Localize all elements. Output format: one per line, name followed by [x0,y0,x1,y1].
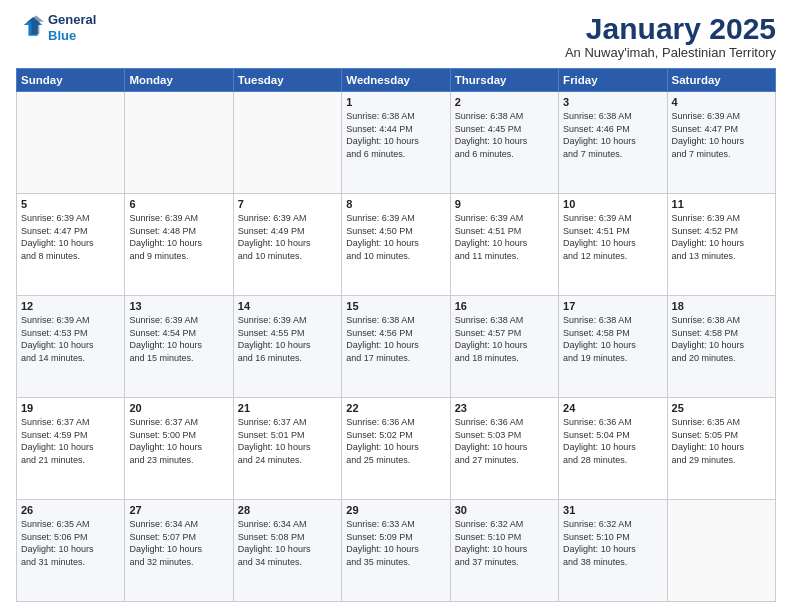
day-info: Sunrise: 6:39 AM Sunset: 4:55 PM Dayligh… [238,314,337,364]
header: General Blue January 2025 An Nuway'imah,… [16,12,776,60]
day-info: Sunrise: 6:38 AM Sunset: 4:58 PM Dayligh… [672,314,771,364]
day-info: Sunrise: 6:36 AM Sunset: 5:03 PM Dayligh… [455,416,554,466]
calendar-cell: 20Sunrise: 6:37 AM Sunset: 5:00 PM Dayli… [125,398,233,500]
day-header-friday: Friday [559,69,667,92]
day-number: 25 [672,402,771,414]
calendar-cell: 5Sunrise: 6:39 AM Sunset: 4:47 PM Daylig… [17,194,125,296]
calendar-cell: 30Sunrise: 6:32 AM Sunset: 5:10 PM Dayli… [450,500,558,602]
day-header-sunday: Sunday [17,69,125,92]
calendar-cell: 23Sunrise: 6:36 AM Sunset: 5:03 PM Dayli… [450,398,558,500]
day-info: Sunrise: 6:39 AM Sunset: 4:51 PM Dayligh… [455,212,554,262]
day-info: Sunrise: 6:34 AM Sunset: 5:07 PM Dayligh… [129,518,228,568]
calendar-cell: 31Sunrise: 6:32 AM Sunset: 5:10 PM Dayli… [559,500,667,602]
day-info: Sunrise: 6:32 AM Sunset: 5:10 PM Dayligh… [563,518,662,568]
calendar-cell: 13Sunrise: 6:39 AM Sunset: 4:54 PM Dayli… [125,296,233,398]
calendar-cell [17,92,125,194]
calendar-week-4: 19Sunrise: 6:37 AM Sunset: 4:59 PM Dayli… [17,398,776,500]
calendar-cell: 2Sunrise: 6:38 AM Sunset: 4:45 PM Daylig… [450,92,558,194]
calendar-cell: 11Sunrise: 6:39 AM Sunset: 4:52 PM Dayli… [667,194,775,296]
calendar-cell: 6Sunrise: 6:39 AM Sunset: 4:48 PM Daylig… [125,194,233,296]
day-number: 28 [238,504,337,516]
logo-text: General Blue [48,12,96,43]
day-number: 21 [238,402,337,414]
day-number: 31 [563,504,662,516]
calendar-cell: 18Sunrise: 6:38 AM Sunset: 4:58 PM Dayli… [667,296,775,398]
main-title: January 2025 [565,12,776,45]
calendar-cell: 3Sunrise: 6:38 AM Sunset: 4:46 PM Daylig… [559,92,667,194]
day-number: 5 [21,198,120,210]
day-number: 11 [672,198,771,210]
calendar-cell: 27Sunrise: 6:34 AM Sunset: 5:07 PM Dayli… [125,500,233,602]
day-number: 6 [129,198,228,210]
calendar-cell: 8Sunrise: 6:39 AM Sunset: 4:50 PM Daylig… [342,194,450,296]
day-info: Sunrise: 6:39 AM Sunset: 4:50 PM Dayligh… [346,212,445,262]
day-info: Sunrise: 6:36 AM Sunset: 5:04 PM Dayligh… [563,416,662,466]
day-header-wednesday: Wednesday [342,69,450,92]
calendar-cell: 17Sunrise: 6:38 AM Sunset: 4:58 PM Dayli… [559,296,667,398]
day-info: Sunrise: 6:32 AM Sunset: 5:10 PM Dayligh… [455,518,554,568]
calendar-cell: 28Sunrise: 6:34 AM Sunset: 5:08 PM Dayli… [233,500,341,602]
calendar-cell: 7Sunrise: 6:39 AM Sunset: 4:49 PM Daylig… [233,194,341,296]
day-info: Sunrise: 6:38 AM Sunset: 4:44 PM Dayligh… [346,110,445,160]
day-number: 18 [672,300,771,312]
day-info: Sunrise: 6:39 AM Sunset: 4:47 PM Dayligh… [21,212,120,262]
day-info: Sunrise: 6:39 AM Sunset: 4:47 PM Dayligh… [672,110,771,160]
calendar-cell [125,92,233,194]
day-info: Sunrise: 6:39 AM Sunset: 4:52 PM Dayligh… [672,212,771,262]
calendar-week-2: 5Sunrise: 6:39 AM Sunset: 4:47 PM Daylig… [17,194,776,296]
calendar-cell: 9Sunrise: 6:39 AM Sunset: 4:51 PM Daylig… [450,194,558,296]
day-number: 1 [346,96,445,108]
day-info: Sunrise: 6:39 AM Sunset: 4:51 PM Dayligh… [563,212,662,262]
day-header-thursday: Thursday [450,69,558,92]
day-info: Sunrise: 6:39 AM Sunset: 4:49 PM Dayligh… [238,212,337,262]
calendar-cell: 12Sunrise: 6:39 AM Sunset: 4:53 PM Dayli… [17,296,125,398]
day-info: Sunrise: 6:34 AM Sunset: 5:08 PM Dayligh… [238,518,337,568]
calendar-cell: 14Sunrise: 6:39 AM Sunset: 4:55 PM Dayli… [233,296,341,398]
day-number: 14 [238,300,337,312]
calendar: SundayMondayTuesdayWednesdayThursdayFrid… [16,68,776,602]
calendar-cell: 22Sunrise: 6:36 AM Sunset: 5:02 PM Dayli… [342,398,450,500]
calendar-cell: 29Sunrise: 6:33 AM Sunset: 5:09 PM Dayli… [342,500,450,602]
day-number: 20 [129,402,228,414]
day-info: Sunrise: 6:36 AM Sunset: 5:02 PM Dayligh… [346,416,445,466]
day-info: Sunrise: 6:38 AM Sunset: 4:46 PM Dayligh… [563,110,662,160]
day-number: 26 [21,504,120,516]
day-info: Sunrise: 6:38 AM Sunset: 4:57 PM Dayligh… [455,314,554,364]
day-number: 17 [563,300,662,312]
calendar-cell: 21Sunrise: 6:37 AM Sunset: 5:01 PM Dayli… [233,398,341,500]
day-info: Sunrise: 6:33 AM Sunset: 5:09 PM Dayligh… [346,518,445,568]
day-info: Sunrise: 6:38 AM Sunset: 4:58 PM Dayligh… [563,314,662,364]
day-number: 19 [21,402,120,414]
day-number: 30 [455,504,554,516]
day-header-saturday: Saturday [667,69,775,92]
title-block: January 2025 An Nuway'imah, Palestinian … [565,12,776,60]
page: General Blue January 2025 An Nuway'imah,… [0,0,792,612]
day-number: 13 [129,300,228,312]
day-number: 23 [455,402,554,414]
day-info: Sunrise: 6:35 AM Sunset: 5:05 PM Dayligh… [672,416,771,466]
day-number: 3 [563,96,662,108]
calendar-cell: 19Sunrise: 6:37 AM Sunset: 4:59 PM Dayli… [17,398,125,500]
day-number: 8 [346,198,445,210]
logo-icon [16,14,44,42]
calendar-cell: 16Sunrise: 6:38 AM Sunset: 4:57 PM Dayli… [450,296,558,398]
day-number: 4 [672,96,771,108]
day-number: 29 [346,504,445,516]
day-info: Sunrise: 6:35 AM Sunset: 5:06 PM Dayligh… [21,518,120,568]
day-header-tuesday: Tuesday [233,69,341,92]
day-info: Sunrise: 6:37 AM Sunset: 4:59 PM Dayligh… [21,416,120,466]
day-info: Sunrise: 6:37 AM Sunset: 5:01 PM Dayligh… [238,416,337,466]
day-info: Sunrise: 6:38 AM Sunset: 4:45 PM Dayligh… [455,110,554,160]
calendar-week-1: 1Sunrise: 6:38 AM Sunset: 4:44 PM Daylig… [17,92,776,194]
day-info: Sunrise: 6:38 AM Sunset: 4:56 PM Dayligh… [346,314,445,364]
day-number: 24 [563,402,662,414]
day-info: Sunrise: 6:39 AM Sunset: 4:48 PM Dayligh… [129,212,228,262]
day-number: 16 [455,300,554,312]
calendar-cell [233,92,341,194]
calendar-header-row: SundayMondayTuesdayWednesdayThursdayFrid… [17,69,776,92]
calendar-week-3: 12Sunrise: 6:39 AM Sunset: 4:53 PM Dayli… [17,296,776,398]
calendar-cell: 26Sunrise: 6:35 AM Sunset: 5:06 PM Dayli… [17,500,125,602]
day-number: 27 [129,504,228,516]
day-number: 7 [238,198,337,210]
calendar-cell [667,500,775,602]
